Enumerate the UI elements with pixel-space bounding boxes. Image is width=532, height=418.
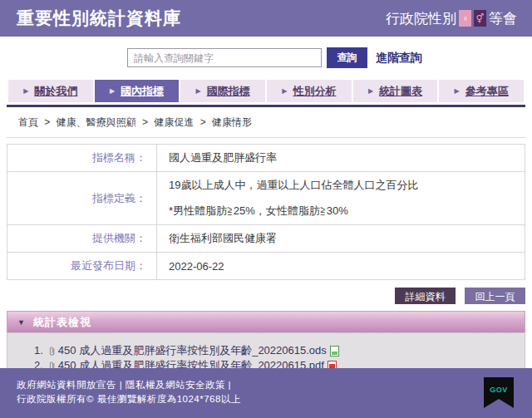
- site-footer: 政府網站資料開放宣告 | 隱私權及網站安全政策 | 行政院版權所有© 最佳瀏覽解…: [0, 368, 532, 418]
- table-row: 指標定義： 19歲以上成人中，過重以上人口佔全體人口之百分比 *男性體脂肪≧25…: [7, 172, 525, 225]
- tab-reference-area[interactable]: ▶ 參考專區: [439, 80, 524, 102]
- arrow-right-icon: ▶: [23, 87, 28, 95]
- file-index: 1.: [34, 343, 43, 358]
- detail-data-button[interactable]: 詳細資料: [395, 288, 456, 304]
- org-name-prefix: 行政院性別: [386, 9, 456, 28]
- table-row: 指標名稱： 國人過重及肥胖盛行率: [7, 145, 525, 172]
- ods-file-icon: [330, 346, 339, 357]
- row-value: 國人過重及肥胖盛行率: [157, 145, 525, 172]
- row-value: 衛生福利部國民健康署: [157, 225, 525, 253]
- advanced-search-link[interactable]: 進階查詢: [376, 51, 422, 66]
- breadcrumb-separator: >: [44, 116, 50, 128]
- tab-international-indicators[interactable]: ▶ 國際指標: [180, 80, 265, 102]
- breadcrumb-health-status[interactable]: 健康情形: [212, 116, 252, 128]
- row-label: 提供機關：: [7, 225, 157, 253]
- arrow-right-icon: ▶: [455, 87, 460, 95]
- indicator-detail-table: 指標名稱： 國人過重及肥胖盛行率 指標定義： 19歲以上成人中，過重以上人口佔全…: [7, 144, 525, 280]
- collapse-triangle-icon: ▼: [17, 318, 25, 327]
- breadcrumb-health-promotion[interactable]: 健康促進: [154, 116, 194, 128]
- breadcrumb-divider: [7, 137, 525, 138]
- tab-domestic-indicators[interactable]: ▶ 國內指標: [95, 80, 180, 102]
- site-title: 重要性別統計資料庫: [17, 7, 181, 30]
- definition-line-2: *男性體脂肪≧25%，女性體脂肪≧30%: [169, 204, 518, 219]
- org-brand[interactable]: 行政院性別 ♀ ⚥ 等會: [386, 9, 517, 28]
- footer-copyright: 行政院版權所有© 最佳瀏覽解析度為1024*768以上: [17, 392, 515, 406]
- stat-table-section-header[interactable]: ▼ 統計表檢視: [7, 311, 525, 332]
- breadcrumb: 首頁 > 健康、醫療與照顧 > 健康促進 > 健康情形: [18, 116, 532, 130]
- row-label: 指標定義：: [7, 172, 157, 225]
- gender-mixed-icon: ⚥: [474, 10, 486, 27]
- tab-gender-analysis[interactable]: ▶ 性別分析: [267, 80, 352, 102]
- breadcrumb-separator: >: [142, 116, 148, 128]
- site-header: 重要性別統計資料庫 行政院性別 ♀ ⚥ 等會: [0, 0, 532, 37]
- breadcrumb-separator: >: [200, 116, 206, 128]
- arrow-right-icon: ▶: [282, 87, 287, 95]
- footer-links-line[interactable]: 政府網站資料開放宣告 | 隱私權及網站安全政策 |: [17, 378, 515, 392]
- gender-female-icon: ♀: [459, 10, 471, 27]
- row-label: 指標名稱：: [7, 145, 157, 172]
- row-value: 19歲以上成人中，過重以上人口佔全體人口之百分比 *男性體脂肪≧25%，女性體脂…: [157, 172, 525, 225]
- breadcrumb-health-care[interactable]: 健康、醫療與照顧: [57, 116, 136, 128]
- arrow-right-icon: ▶: [196, 87, 201, 95]
- nav-divider: [7, 105, 525, 107]
- action-buttons: 詳細資料 回上一頁: [7, 288, 525, 304]
- definition-line-1: 19歲以上成人中，過重以上人口佔全體人口之百分比: [169, 178, 518, 193]
- breadcrumb-home[interactable]: 首頁: [18, 116, 38, 128]
- tab-about-us[interactable]: ▶ 關於我們: [8, 80, 93, 102]
- row-value: 2022-06-22: [157, 253, 525, 280]
- ods-file-link[interactable]: 450 成人過重及肥胖盛行率按性別及年齡_20220615.ods: [58, 343, 327, 358]
- table-row: 提供機關： 衛生福利部國民健康署: [7, 225, 525, 253]
- back-button[interactable]: 回上一頁: [465, 288, 525, 304]
- arrow-right-icon: ▶: [110, 87, 115, 95]
- search-row: 查詢 進階查詢: [0, 47, 532, 68]
- search-input[interactable]: [127, 48, 322, 67]
- org-name-suffix: 等會: [489, 9, 517, 28]
- paperclip-icon: [47, 346, 57, 357]
- main-nav: ▶ 關於我們 ▶ 國內指標 ▶ 國際指標 ▶ 性別分析 ▶ 統計圖表 ▶ 參考專…: [8, 80, 524, 102]
- stat-section-title: 統計表檢視: [33, 315, 91, 330]
- list-item: 1. 450 成人過重及肥胖盛行率按性別及年齡_20220615.ods: [34, 343, 516, 358]
- row-label: 最近發布日期：: [7, 253, 157, 280]
- search-button[interactable]: 查詢: [327, 47, 367, 68]
- arrow-right-icon: ▶: [368, 87, 373, 95]
- tab-statistical-charts[interactable]: ▶ 統計圖表: [353, 80, 438, 102]
- table-row: 最近發布日期： 2022-06-22: [7, 253, 525, 280]
